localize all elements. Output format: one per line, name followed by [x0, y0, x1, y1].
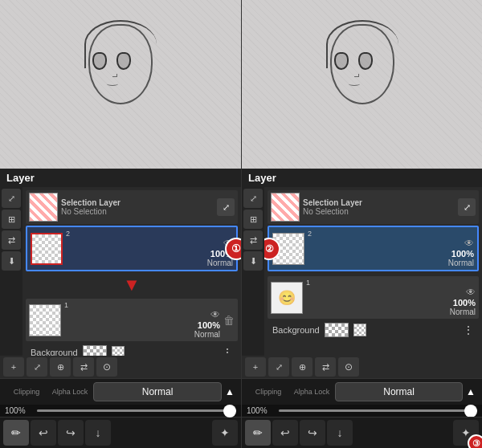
camera-btn-2[interactable]: ⊙ [338, 357, 359, 377]
selection-layer-info-1: Selection Layer No Selection [61, 198, 214, 216]
zoom-slider-2[interactable] [279, 409, 477, 412]
bottom-layer-tools-1: + ⤢ ⊕ ⇄ ⊙ [0, 356, 241, 378]
brush-tool-1[interactable]: ✏ [3, 420, 29, 446]
selection-layer-subtitle-1: No Selection [61, 207, 214, 216]
layer-side-icons-1: ⤢ ⊞ ⇄ ⬇ [0, 187, 22, 356]
transfer-icon-side[interactable]: ⇄ [2, 230, 21, 250]
selection-layer-row-1: Selection Layer No Selection ⤢ [26, 190, 238, 224]
layer-row-2-panel1[interactable]: 2 👁 100% Normal ① [26, 226, 238, 271]
down-tool-1[interactable]: ↓ [85, 420, 111, 446]
layer-info-2-panel1: 2 👁 100% Normal [66, 230, 233, 267]
panel-2: Layer ⤢ ⊞ ⇄ ⬇ Selection Layer No Selecti… [241, 0, 482, 448]
more-options-1[interactable]: ⋮ [222, 346, 233, 356]
delete-icon-1-panel1[interactable]: 🗑 [223, 314, 235, 327]
layer-main-2: Selection Layer No Selection ⤢ ② 2 👁 100… [264, 187, 482, 356]
layer-face-thumb: 😊 [272, 283, 302, 313]
layer-main-1: Selection Layer No Selection ⤢ 2 👁 100% … [22, 187, 241, 356]
transfer-layer-btn-1[interactable]: ⇄ [73, 357, 94, 377]
layer-number-1-panel1: 1 [64, 301, 68, 309]
transfer-icon-side-2[interactable]: ⇄ [243, 230, 263, 250]
layer-header-label-2: Layer [248, 172, 276, 184]
download-icon-side[interactable]: ⬇ [2, 251, 21, 271]
add-layer-btn-1[interactable]: + [3, 357, 24, 377]
layer-row-1-panel2[interactable]: 😊 1 👁 100% Normal [268, 276, 479, 319]
move-icon-side[interactable]: ⤢ [2, 189, 21, 208]
layer-number-2-panel2: 2 [308, 230, 312, 238]
layer-blend-2-panel1: Normal [207, 259, 233, 267]
more-options-2[interactable]: ⋮ [463, 324, 474, 336]
selection-layer-thumb-1 [29, 193, 58, 222]
clipping-label-1: Clipping [6, 388, 47, 396]
layer-side-icons-2: ⤢ ⊞ ⇄ ⬇ [242, 187, 264, 356]
arrow-area: ▼ [26, 273, 238, 297]
zoom-slider-1[interactable] [37, 409, 236, 412]
tool-bar-1: ✏ ↩ ↪ ↓ ✦ [0, 417, 241, 448]
selection-layer-title-1: Selection Layer [61, 198, 214, 207]
bottom-layer-tools-2: + ⤢ ⊕ ⇄ ⊙ [242, 356, 482, 378]
move-icon-side-2[interactable]: ⤢ [243, 189, 263, 208]
eye-icon-2-panel2[interactable]: 👁 [464, 238, 474, 249]
eye-icon-1-panel2[interactable]: 👁 [466, 287, 476, 298]
layer-opacity-2-panel2: 100% [451, 249, 474, 259]
layer-number-2-panel1: 2 [66, 230, 70, 238]
layer-row-1-panel1[interactable]: 1 👁 100% Normal 🗑 [26, 299, 238, 341]
down-arrow-icon: ▼ [123, 275, 141, 295]
selection-layer-title-2: Selection Layer [303, 198, 455, 207]
camera-btn-1[interactable]: ⊙ [96, 357, 117, 377]
layer-header-label: Layer [6, 172, 35, 184]
undo-tool-2[interactable]: ↩ [272, 420, 298, 446]
redo-tool-2[interactable]: ↪ [300, 420, 325, 446]
bg-row-2: Background ⋮ [268, 320, 479, 340]
chevron-up-2[interactable]: ▲ [466, 386, 476, 397]
drawing-area-2 [242, 0, 482, 169]
move-layer-btn-1[interactable]: ⤢ [27, 357, 47, 377]
extra-tool-1[interactable]: ✦ [212, 420, 238, 446]
expand-icon-side[interactable]: ⊞ [2, 210, 21, 229]
extra-tool-2[interactable]: ✦ ③ [453, 420, 479, 446]
dup-layer-btn-2[interactable]: ⊕ [292, 357, 312, 377]
bg-checker-1 [83, 345, 107, 356]
footer-bar-1: Clipping Alpha Lock Normal ▲ [0, 378, 241, 405]
expand-icon-side-2[interactable]: ⊞ [243, 210, 263, 229]
layer-header-1: Layer [0, 169, 241, 187]
sel-layer-icon-1[interactable]: ⤢ [217, 198, 235, 216]
layer-row-2-panel2[interactable]: ② 2 👁 100% Normal [268, 226, 479, 271]
panel-1: Layer ⤢ ⊞ ⇄ ⬇ Selection Layer No Selecti… [0, 0, 241, 448]
redo-tool-1[interactable]: ↪ [58, 420, 84, 446]
bg-label-2: Background [272, 325, 320, 335]
layer-opacity-1-panel2: 100% [453, 298, 476, 307]
brush-tool-2[interactable]: ✏ [245, 420, 271, 446]
bg-checker-small-2 [353, 324, 366, 336]
layer-thumb-1-panel1 [29, 304, 61, 336]
selection-layer-info-2: Selection Layer No Selection [303, 198, 455, 216]
zoom-bar-1: 100% [0, 405, 241, 417]
eye-icon-1-panel1[interactable]: 👁 [210, 309, 220, 320]
dup-layer-btn-1[interactable]: ⊕ [50, 357, 71, 377]
layer-info-2-panel2: 2 👁 100% Normal [308, 230, 474, 267]
move-layer-btn-2[interactable]: ⤢ [268, 357, 289, 377]
layer-blend-1-panel1: Normal [194, 330, 220, 339]
blend-mode-btn-1[interactable]: Normal [93, 382, 222, 401]
bg-checker-small-1 [112, 346, 125, 356]
layer-header-2: Layer [242, 169, 482, 187]
layer-thumb-2-panel1 [31, 233, 63, 265]
bg-label-1: Background [31, 348, 78, 356]
down-tool-2[interactable]: ↓ [327, 420, 353, 446]
layer-panel-1: Layer ⤢ ⊞ ⇄ ⬇ Selection Layer No Selecti… [0, 169, 241, 378]
badge-3: ③ [468, 434, 482, 448]
layer-blend-2-panel2: Normal [448, 259, 474, 267]
selection-layer-subtitle-2: No Selection [303, 207, 455, 216]
transfer-layer-btn-2[interactable]: ⇄ [315, 357, 336, 377]
layer-content-2: ⤢ ⊞ ⇄ ⬇ Selection Layer No Selection ⤢ [242, 187, 482, 356]
undo-tool-1[interactable]: ↩ [31, 420, 56, 446]
download-icon-side-2[interactable]: ⬇ [243, 251, 263, 271]
clipping-label-2: Clipping [248, 388, 288, 396]
footer-bar-2: Clipping Alpha Lock Normal ▲ [242, 378, 482, 405]
chevron-up-1[interactable]: ▲ [225, 386, 235, 397]
add-layer-btn-2[interactable]: + [245, 357, 266, 377]
blend-mode-btn-2[interactable]: Normal [335, 382, 463, 401]
alpha-lock-label-1: Alpha Lock [50, 388, 90, 396]
layer-info-1-panel2: 1 👁 100% Normal [306, 279, 476, 316]
sel-layer-icon-2[interactable]: ⤢ [458, 198, 476, 216]
layer-panel-2: Layer ⤢ ⊞ ⇄ ⬇ Selection Layer No Selecti… [242, 169, 482, 378]
